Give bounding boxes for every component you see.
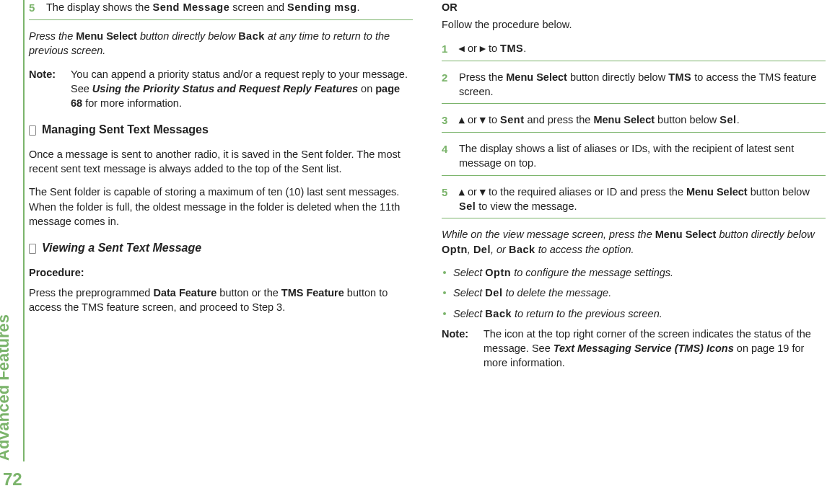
text: and press the (525, 114, 594, 125)
step-body: ▴ or ▾ to Sent and press the Menu Select… (459, 112, 826, 128)
step-3: 3 ▴ or ▾ to Sent and press the Menu Sele… (442, 112, 826, 133)
step-number: 4 (442, 141, 452, 171)
ref-link: Using the Priority Status and Request Re… (92, 83, 358, 94)
bullet-body: Select Back to return to the previous sc… (453, 306, 826, 321)
text: to access the option. (535, 244, 634, 255)
step-1: 1 ◂ or ▸ to TMS. (442, 41, 826, 61)
bullet-back: Select Back to return to the previous sc… (443, 306, 826, 321)
down-arrow-icon: ▾ (480, 186, 486, 198)
ui-label: Del (473, 244, 491, 255)
step-number: 5 (29, 0, 39, 15)
ui-label: Sel (719, 114, 736, 125)
ui-label: Sel (459, 200, 476, 212)
text: The display shows the (46, 1, 153, 13)
menu-select-ref: Menu Select (593, 114, 655, 125)
paragraph: Once a message is sent to another radio,… (29, 147, 413, 177)
text: Press the (459, 71, 506, 83)
step-body: ▴ or ▾ to the required aliases or ID and… (459, 185, 826, 214)
up-arrow-icon: ▴ (459, 114, 465, 125)
step-5r: 5 ▴ or ▾ to the required aliases or ID a… (442, 185, 826, 219)
procedure-label: Procedure: (29, 265, 413, 280)
ui-label: Send Message (153, 1, 230, 13)
ui-label: Back (509, 244, 535, 255)
text: , or (491, 244, 509, 255)
text: screen and (229, 1, 287, 13)
text: . (357, 1, 360, 13)
text: to (486, 114, 500, 125)
or-follow: Follow the procedure below. (442, 17, 826, 32)
ui-label: Del (485, 287, 502, 299)
note-label: Note: (29, 67, 62, 111)
page-content: 5 The display shows the Send Message scr… (29, 0, 826, 381)
down-arrow-icon: ▾ (480, 114, 486, 125)
bullet-del: Select Del to delete the message. (443, 286, 826, 300)
text: or (465, 186, 480, 198)
button-ref: Data Feature (153, 287, 216, 299)
left-arrow-icon: ◂ (459, 43, 465, 54)
text: to the required aliases or ID and press … (486, 186, 686, 198)
text: to view the message. (476, 200, 577, 212)
text: button below (655, 114, 719, 125)
ui-label: Sent (500, 114, 524, 125)
step-number: 3 (442, 112, 452, 128)
procedure-text: Press the preprogrammed Data Feature but… (29, 286, 413, 315)
step-body: Press the Menu Select button directly be… (459, 70, 826, 100)
note-body: You can append a priority status and/or … (71, 67, 413, 111)
text: to configure the message settings. (511, 267, 673, 278)
ref-link: Text Messaging Service (TMS) Icons (554, 342, 734, 354)
bullet-icon (443, 291, 446, 294)
while-instruction: While on the view message screen, press … (442, 227, 826, 257)
step-4: 4 The display shows a list of aliases or… (442, 141, 826, 176)
menu-select-ref: Menu Select (655, 229, 717, 240)
text: or (465, 114, 480, 125)
button-ref: TMS Feature (281, 287, 344, 299)
section-icon (29, 244, 36, 254)
text: Press the (29, 30, 76, 42)
back-instruction: Press the Menu Select button directly be… (29, 29, 413, 58)
ui-label: TMS (500, 43, 523, 54)
text: . (523, 43, 526, 54)
step-body: The display shows the Send Message scree… (46, 0, 413, 15)
step-number: 1 (442, 41, 452, 56)
ui-label: Sending msg (287, 1, 357, 13)
left-column: 5 The display shows the Send Message scr… (29, 0, 413, 381)
note-block: Note: You can append a priority status a… (29, 67, 413, 111)
page-number: 72 (3, 469, 22, 490)
menu-select-ref: Menu Select (686, 186, 748, 198)
heading-managing-sent: Managing Sent Text Messages (29, 122, 413, 138)
bullet-icon (443, 271, 446, 274)
text: to return to the previous screen. (512, 308, 662, 319)
text: Press the preprogrammed (29, 287, 153, 299)
step-number: 2 (442, 70, 452, 100)
text: Select (453, 308, 485, 319)
heading-text: Viewing a Sent Text Message (42, 240, 201, 256)
text: Select (453, 287, 485, 299)
side-divider (23, 0, 25, 461)
step-body: The display shows a list of aliases or I… (459, 141, 826, 171)
text: button or the (216, 287, 281, 299)
text: button directly below (137, 30, 238, 42)
step-2: 2 Press the Menu Select button directly … (442, 70, 826, 105)
ui-label: Optn (442, 244, 468, 255)
text: button below (748, 186, 810, 198)
menu-select-ref: Menu Select (76, 30, 137, 42)
ui-label: Optn (485, 267, 511, 278)
bullet-body: Select Del to delete the message. (453, 286, 826, 300)
step-number: 5 (442, 185, 452, 214)
note-label: Note: (442, 327, 475, 371)
ui-label: Back (485, 308, 512, 319)
step-5: 5 The display shows the Send Message scr… (29, 0, 413, 20)
right-arrow-icon: ▸ (480, 43, 486, 54)
ui-label: TMS (668, 71, 691, 83)
bullet-optn: Select Optn to configure the message set… (443, 265, 826, 280)
note-block-right: Note: The icon at the top right corner o… (442, 327, 826, 371)
section-icon (29, 125, 36, 136)
text: , (468, 244, 473, 255)
text: button directly below (716, 229, 814, 240)
paragraph: The Sent folder is capable of storing a … (29, 185, 413, 229)
text: . (737, 114, 740, 125)
or-label: OR (442, 0, 826, 14)
text: While on the view message screen, press … (442, 229, 655, 240)
heading-text: Managing Sent Text Messages (42, 122, 209, 138)
step-body: ◂ or ▸ to TMS. (459, 41, 826, 56)
